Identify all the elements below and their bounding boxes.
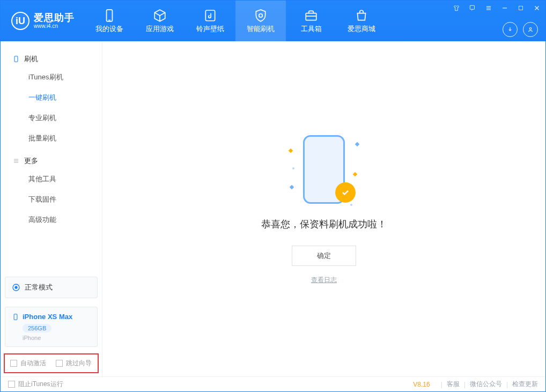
check-badge-icon	[335, 182, 356, 203]
svg-rect-5	[470, 5, 474, 9]
tshirt-icon[interactable]	[451, 3, 462, 13]
nav-smart-flash[interactable]: 智能刷机	[235, 1, 286, 41]
list-icon	[12, 157, 20, 165]
sidebar-item-download-firmware[interactable]: 下载固件	[1, 189, 102, 210]
sidebar-item-pro-flash[interactable]: 专业刷机	[1, 108, 102, 128]
nav-ringtones-wallpapers[interactable]: 铃声壁纸	[185, 1, 235, 41]
wechat-link[interactable]: 微信公众号	[470, 380, 502, 389]
nav-toolbox[interactable]: 工具箱	[286, 1, 336, 41]
user-button[interactable]	[523, 22, 538, 37]
brand-logo-icon: iU	[11, 12, 29, 30]
sidebar-item-batch-flash[interactable]: 批量刷机	[1, 128, 102, 149]
sidebar-item-advanced[interactable]: 高级功能	[1, 210, 102, 230]
minimize-button[interactable]	[499, 3, 510, 13]
maximize-button[interactable]	[515, 3, 526, 13]
nav-label: 我的设备	[95, 25, 123, 34]
phone-icon	[102, 9, 116, 23]
nav-label: 铃声壁纸	[196, 25, 224, 34]
download-button[interactable]	[503, 22, 518, 37]
success-title: 恭喜您，保资料刷机成功啦！	[261, 218, 387, 231]
brand-subtitle: www.i4.cn	[34, 23, 75, 29]
mode-label: 正常模式	[25, 283, 53, 292]
svg-rect-3	[306, 13, 316, 20]
support-link[interactable]: 客服	[447, 380, 460, 389]
version-label: V8.16	[413, 381, 430, 388]
svg-point-19	[15, 286, 17, 289]
cube-icon	[153, 9, 167, 23]
sidebar-section-more: 更多	[1, 149, 102, 169]
menu-icon[interactable]	[483, 3, 494, 13]
checkbox-skip-guide[interactable]: 跳过向导	[56, 359, 92, 368]
svg-point-13	[529, 28, 532, 30]
sidebar: 刷机 iTunes刷机 一键刷机 专业刷机 批量刷机 更多 其他工具 下载固件 …	[1, 41, 102, 376]
success-illustration	[289, 133, 359, 208]
confirm-button[interactable]: 确定	[292, 246, 356, 266]
checkbox-icon	[10, 360, 17, 367]
status-normal-icon	[12, 283, 20, 292]
nav-label: 工具箱	[301, 25, 322, 34]
nav-label: 应用游戏	[146, 25, 174, 34]
status-bar: 阻止iTunes运行 V8.16 | 客服 | 微信公众号 | 检查更新	[1, 376, 545, 391]
checkbox-label: 自动激活	[20, 359, 46, 368]
bag-icon	[355, 9, 368, 23]
shield-sync-icon	[254, 9, 268, 23]
brand-block: iU 爱思助手 www.i4.cn	[1, 1, 84, 41]
checkbox-label: 跳过向导	[66, 359, 92, 368]
nav-label: 爱思商城	[348, 25, 375, 34]
window-controls	[451, 3, 542, 13]
svg-rect-10	[519, 6, 523, 10]
svg-rect-0	[107, 10, 113, 21]
device-capacity: 256GB	[23, 324, 51, 332]
app-header: iU 爱思助手 www.i4.cn 我的设备 应用游戏 铃声壁纸 智能刷机 工具…	[1, 1, 545, 41]
svg-rect-2	[205, 10, 215, 21]
device-card[interactable]: iPhone XS Max 256GB iPhone	[5, 307, 98, 347]
music-note-icon	[203, 9, 217, 23]
device-subtype: iPhone	[23, 335, 91, 341]
header-round-actions	[503, 22, 538, 37]
checkbox-icon	[56, 360, 63, 367]
toolbox-icon	[304, 9, 318, 23]
main-panel: 恭喜您，保资料刷机成功啦！ 确定 查看日志	[102, 41, 545, 376]
phone-small-icon	[12, 313, 19, 321]
svg-rect-20	[14, 314, 17, 320]
device-icon	[12, 55, 20, 63]
feedback-icon[interactable]	[467, 3, 478, 13]
nav-store[interactable]: 爱思商城	[336, 1, 387, 41]
sidebar-item-itunes-flash[interactable]: iTunes刷机	[1, 67, 102, 87]
sidebar-section-flash: 刷机	[1, 47, 102, 67]
nav-label: 智能刷机	[247, 25, 275, 34]
checkbox-icon	[8, 381, 15, 388]
nav-my-device[interactable]: 我的设备	[84, 1, 135, 41]
device-name: iPhone XS Max	[23, 313, 72, 321]
checkbox-block-itunes[interactable]: 阻止iTunes运行	[8, 380, 63, 389]
mode-card[interactable]: 正常模式	[5, 277, 98, 298]
svg-rect-14	[14, 56, 18, 62]
close-button[interactable]	[532, 3, 542, 13]
view-log-link[interactable]: 查看日志	[311, 276, 337, 284]
check-update-link[interactable]: 检查更新	[512, 380, 538, 389]
checkbox-auto-activate[interactable]: 自动激活	[10, 359, 46, 368]
nav-apps-games[interactable]: 应用游戏	[135, 1, 185, 41]
sidebar-item-other-tools[interactable]: 其他工具	[1, 169, 102, 189]
checkbox-label: 阻止iTunes运行	[18, 380, 63, 389]
brand-title: 爱思助手	[34, 13, 75, 24]
sidebar-item-one-click-flash[interactable]: 一键刷机	[1, 87, 102, 108]
bottom-options-highlight: 自动激活 跳过向导	[4, 353, 99, 373]
